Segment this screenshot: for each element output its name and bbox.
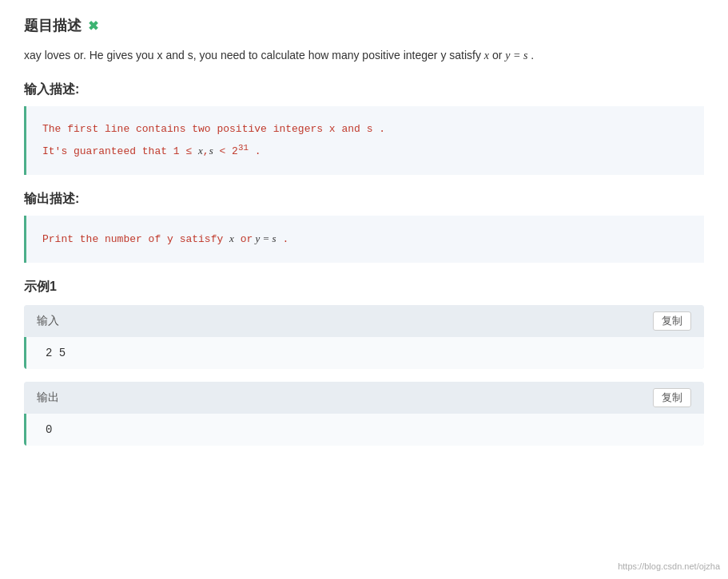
input-line-2: It's guaranteed that 1 ≤ x,s < 231 . — [42, 140, 688, 162]
desc-prefix: xay loves or. He gives you x and s, you … — [24, 49, 484, 61]
io-separator — [24, 369, 704, 375]
page-title: 题目描述 ✖ — [24, 16, 704, 35]
title-icon: ✖ — [88, 18, 98, 34]
input-io-header: 输入 复制 — [24, 305, 704, 337]
output-io-block: 输出 复制 0 — [24, 382, 704, 446]
input-io-content: 2 5 — [24, 337, 704, 369]
output-description-block: Print the number of y satisfy x or y = s… — [24, 216, 704, 263]
problem-description: xay loves or. He gives you x and s, you … — [24, 46, 704, 65]
output-io-label: 输出 — [37, 391, 59, 405]
input-io-label: 输入 — [37, 314, 59, 328]
math-yeqs: y = s — [505, 50, 527, 61]
input-line-1: The first line contains two positive int… — [42, 119, 688, 140]
output-io-header: 输出 复制 — [24, 382, 704, 414]
input-description-block: The first line contains two positive int… — [24, 106, 704, 175]
title-text: 题目描述 — [24, 16, 82, 35]
example-title: 示例1 — [24, 279, 704, 295]
desc-suffix: . — [527, 49, 534, 61]
example-section: 示例1 输入 复制 2 5 输出 复制 0 — [24, 279, 704, 446]
output-heading: 输出描述: — [24, 191, 704, 208]
desc-or: or — [489, 49, 505, 61]
input-io-block: 输入 复制 2 5 — [24, 305, 704, 369]
output-io-content: 0 — [24, 414, 704, 446]
input-copy-button[interactable]: 复制 — [653, 311, 691, 331]
input-heading: 输入描述: — [24, 81, 704, 98]
output-line-1: Print the number of y satisfy x or y = s… — [42, 228, 688, 250]
output-value: 0 — [46, 423, 52, 436]
output-copy-button[interactable]: 复制 — [653, 388, 691, 407]
input-value: 2 5 — [46, 347, 66, 359]
